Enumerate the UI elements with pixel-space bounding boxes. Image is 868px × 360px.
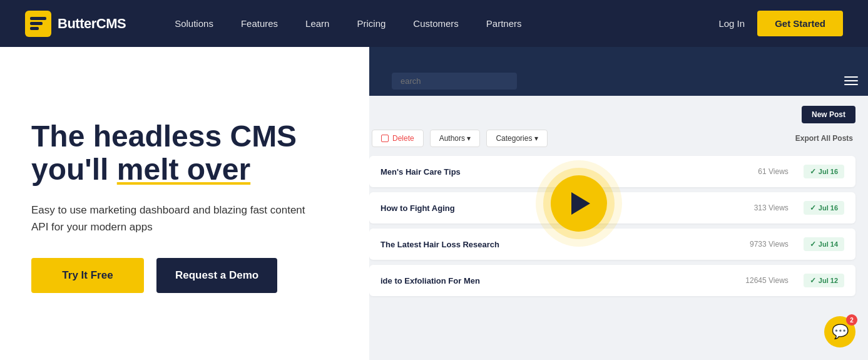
- delete-icon: [381, 135, 389, 142]
- nav-item-features[interactable]: Features: [230, 13, 289, 34]
- left-panel: The headless CMS you'll melt over Easy t…: [0, 47, 369, 360]
- check-icon: ✓: [810, 167, 816, 176]
- post-views: 12645 Views: [745, 276, 789, 285]
- cms-topbar: [369, 66, 868, 96]
- nav-actions: Log In Get Started: [718, 11, 843, 36]
- try-free-button[interactable]: Try It Free: [31, 258, 144, 293]
- new-post-button[interactable]: New Post: [802, 106, 855, 123]
- hero-title-line2: you'll: [31, 153, 117, 186]
- logo-text: ButterCMS: [58, 16, 126, 32]
- post-title: The Latest Hair Loss Research: [380, 240, 499, 249]
- table-row[interactable]: Men's Hair Care Tips 61 Views ✓ Jul 16: [369, 156, 855, 187]
- post-meta: 9733 Views ✓ Jul 14: [750, 237, 844, 251]
- post-views: 9733 Views: [750, 240, 789, 249]
- right-panel: New Post Delete Authors ▾ Categories ▾: [369, 47, 868, 360]
- nav-item-partners[interactable]: Partners: [475, 13, 533, 34]
- main-content: The headless CMS you'll melt over Easy t…: [0, 47, 868, 360]
- categories-filter-button[interactable]: Categories ▾: [486, 130, 547, 147]
- table-row[interactable]: The Latest Hair Loss Research 9733 Views…: [369, 229, 855, 260]
- post-title: Men's Hair Care Tips: [380, 167, 461, 177]
- logo-icon: [25, 11, 51, 37]
- chat-badge: 2: [846, 314, 857, 326]
- table-row[interactable]: How to Fight Aging 313 Views ✓ Jul 16: [369, 192, 855, 224]
- cta-buttons: Try It Free Request a Demo: [31, 258, 338, 293]
- post-meta: 12645 Views ✓ Jul 12: [745, 274, 844, 287]
- cms-mockup: New Post Delete Authors ▾ Categories ▾: [369, 66, 868, 360]
- export-button[interactable]: Export All Posts: [795, 134, 853, 143]
- post-date-badge: ✓ Jul 12: [804, 274, 844, 287]
- cms-toolbar: Delete Authors ▾ Categories ▾ Export All…: [369, 130, 855, 147]
- post-title: ide to Exfoliation For Men: [380, 276, 480, 285]
- video-overlay: [551, 175, 607, 232]
- check-icon: ✓: [810, 240, 816, 249]
- logo-link[interactable]: ButterCMS: [25, 11, 126, 37]
- post-date-badge: ✓ Jul 14: [804, 237, 844, 251]
- cms-search-input[interactable]: [392, 73, 517, 90]
- navbar: ButterCMS Solutions Features Learn Prici…: [0, 0, 868, 47]
- svg-rect-3: [30, 27, 39, 30]
- post-date-badge: ✓ Jul 16: [804, 165, 844, 178]
- nav-item-customers[interactable]: Customers: [402, 13, 470, 34]
- hero-title: The headless CMS you'll melt over: [31, 120, 338, 187]
- hamburger-icon[interactable]: [844, 76, 858, 85]
- login-link[interactable]: Log In: [718, 18, 745, 29]
- hero-subtitle: Easy to use marketing dashboard and blaz…: [31, 202, 319, 235]
- post-views: 313 Views: [754, 203, 789, 212]
- post-date-badge: ✓ Jul 16: [804, 201, 844, 215]
- post-title: How to Fight Aging: [380, 203, 455, 213]
- authors-filter-button[interactable]: Authors ▾: [430, 130, 481, 147]
- post-meta: 61 Views ✓ Jul 16: [758, 165, 844, 178]
- hero-title-highlight: melt over: [117, 153, 250, 186]
- svg-rect-2: [30, 22, 43, 25]
- play-button[interactable]: [551, 175, 607, 232]
- post-meta: 313 Views ✓ Jul 16: [754, 201, 844, 215]
- nav-links: Solutions Features Learn Pricing Custome…: [163, 13, 718, 34]
- svg-rect-1: [30, 17, 46, 20]
- get-started-button[interactable]: Get Started: [757, 11, 843, 36]
- check-icon: ✓: [810, 203, 816, 212]
- chat-bubble[interactable]: 💬 2: [824, 316, 855, 347]
- cms-toolbar-left: Delete Authors ▾ Categories ▾: [372, 130, 548, 147]
- hero-title-line1: The headless CMS: [31, 120, 297, 153]
- nav-item-learn[interactable]: Learn: [294, 13, 340, 34]
- post-views: 61 Views: [758, 167, 788, 176]
- check-icon: ✓: [810, 276, 816, 285]
- nav-item-solutions[interactable]: Solutions: [163, 13, 225, 34]
- demo-button[interactable]: Request a Demo: [156, 258, 277, 293]
- play-icon: [571, 192, 590, 215]
- cms-toolbar-top: New Post: [369, 106, 855, 123]
- nav-item-pricing[interactable]: Pricing: [345, 13, 397, 34]
- cms-content: New Post Delete Authors ▾ Categories ▾: [369, 96, 868, 311]
- table-row[interactable]: ide to Exfoliation For Men 12645 Views ✓…: [369, 265, 855, 296]
- delete-button[interactable]: Delete: [372, 130, 424, 147]
- chat-icon: 💬: [832, 324, 849, 340]
